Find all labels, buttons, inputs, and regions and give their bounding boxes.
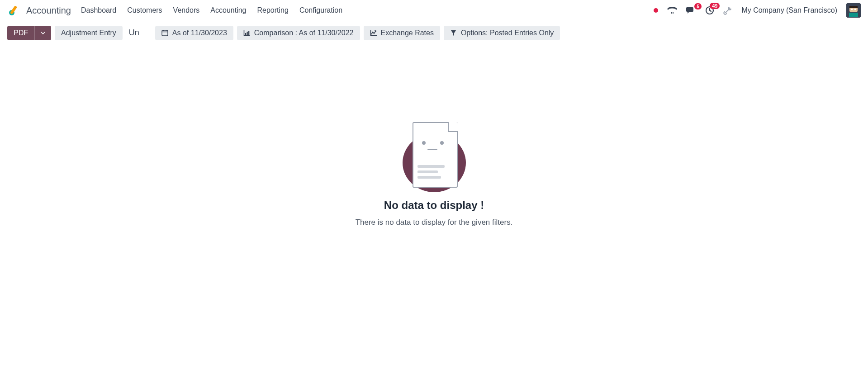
pdf-button-group: PDF — [7, 26, 51, 40]
activities-icon[interactable]: 49 — [705, 6, 714, 15]
options-label: Options: Posted Entries Only — [461, 29, 554, 37]
pdf-dropdown-toggle[interactable] — [34, 26, 51, 40]
adjustment-entry-label: Adjustment Entry — [61, 29, 116, 37]
messages-badge: 5 — [694, 3, 702, 9]
report-control-panel: PDF Adjustment Entry Un As of 11/30/2023… — [0, 21, 868, 45]
systray: 5 49 My Company (San Francisco) — [654, 3, 861, 18]
svg-rect-3 — [670, 12, 671, 14]
filter-icon — [450, 29, 457, 37]
nav-vendors[interactable]: Vendors — [173, 6, 200, 14]
app-logo-icon[interactable] — [7, 4, 20, 17]
nav-dashboard[interactable]: Dashboard — [81, 6, 116, 14]
company-switcher[interactable]: My Company (San Francisco) — [741, 6, 837, 14]
svg-rect-21 — [248, 31, 249, 35]
date-filter-label: As of 11/30/2023 — [172, 29, 227, 37]
svg-rect-11 — [854, 9, 856, 10]
svg-rect-19 — [245, 33, 246, 35]
activities-badge: 49 — [710, 3, 720, 9]
empty-state-subtitle: There is no data to display for the give… — [356, 218, 513, 227]
truncated-label: Un — [129, 28, 142, 38]
pdf-button[interactable]: PDF — [7, 26, 34, 40]
svg-rect-13 — [162, 30, 168, 36]
adjustment-entry-button[interactable]: Adjustment Entry — [55, 26, 123, 40]
svg-rect-5 — [674, 12, 674, 14]
exchange-rates-button[interactable]: Exchange Rates — [364, 26, 440, 40]
phone-icon[interactable] — [667, 6, 677, 14]
messages-icon[interactable]: 5 — [686, 6, 696, 14]
status-dot-icon[interactable] — [654, 8, 658, 13]
svg-rect-4 — [672, 12, 673, 14]
main-nav: Accounting Dashboard Customers Vendors A… — [0, 0, 868, 21]
nav-items: Dashboard Customers Vendors Accounting R… — [81, 6, 654, 14]
pdf-button-label: PDF — [14, 29, 28, 37]
calendar-icon — [161, 29, 169, 37]
nav-reporting[interactable]: Reporting — [257, 6, 289, 14]
comparison-label: Comparison : As of 11/30/2022 — [254, 29, 354, 37]
comparison-button[interactable]: Comparison : As of 11/30/2022 — [237, 26, 360, 40]
nav-accounting[interactable]: Accounting — [210, 6, 246, 14]
empty-state-icon — [400, 122, 468, 190]
svg-rect-12 — [849, 13, 858, 17]
date-filter-button[interactable]: As of 11/30/2023 — [155, 26, 233, 40]
bar-chart-icon — [243, 29, 251, 37]
nav-configuration[interactable]: Configuration — [299, 6, 342, 14]
user-avatar[interactable] — [846, 3, 861, 18]
svg-rect-10 — [851, 9, 853, 10]
app-title[interactable]: Accounting — [26, 5, 71, 16]
caret-down-icon — [39, 29, 47, 37]
svg-rect-20 — [247, 32, 248, 35]
svg-rect-9 — [849, 6, 858, 8]
exchange-rates-label: Exchange Rates — [381, 29, 434, 37]
empty-state-title: No data to display ! — [384, 199, 484, 212]
line-chart-icon — [370, 29, 377, 37]
empty-state: No data to display ! There is no data to… — [0, 45, 868, 227]
tools-icon[interactable] — [723, 6, 732, 15]
options-button[interactable]: Options: Posted Entries Only — [444, 26, 560, 40]
nav-customers[interactable]: Customers — [127, 6, 162, 14]
